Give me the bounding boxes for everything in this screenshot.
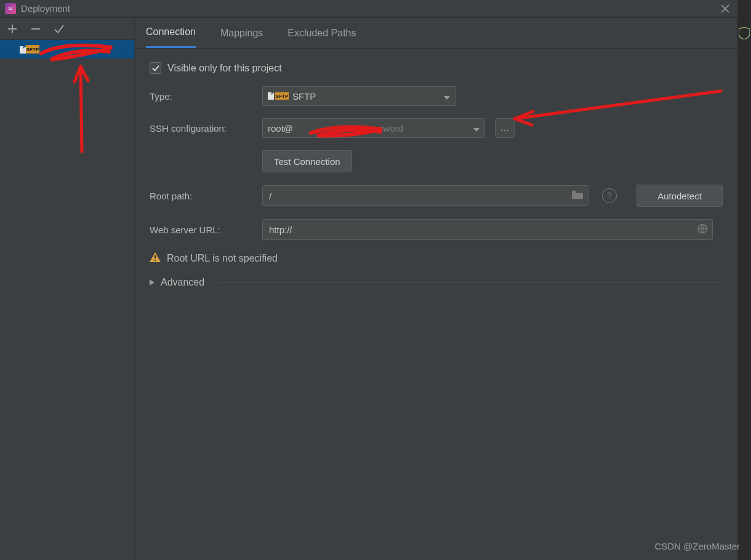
type-dropdown[interactable]: SFTP SFTP bbox=[262, 86, 456, 106]
type-value: SFTP bbox=[292, 91, 316, 102]
remove-server-button[interactable] bbox=[30, 23, 42, 35]
server-file-icon bbox=[20, 46, 26, 54]
globe-icon[interactable] bbox=[697, 224, 707, 236]
advanced-toggle[interactable]: Advanced bbox=[150, 277, 723, 288]
check-icon bbox=[152, 65, 159, 72]
chevron-right-icon bbox=[150, 277, 155, 288]
root-path-help-button[interactable]: ? bbox=[602, 188, 617, 203]
warning-text: Root URL is not specified bbox=[167, 253, 278, 264]
ssh-config-dropdown[interactable]: root@ :22 password bbox=[262, 118, 485, 138]
ssh-value-prefix: root@ bbox=[268, 123, 293, 134]
add-server-button[interactable] bbox=[6, 23, 18, 35]
close-icon bbox=[721, 4, 729, 13]
server-list-toolbar bbox=[0, 18, 134, 40]
server-list-pane: SFTP (redacted) bbox=[0, 18, 135, 560]
type-label: Type: bbox=[150, 91, 257, 102]
sftp-badge-icon: SFTP bbox=[26, 45, 39, 54]
root-path-value: / bbox=[269, 191, 271, 201]
intellij-icon: IJ bbox=[5, 3, 16, 14]
ssh-auth-hint: password bbox=[364, 123, 403, 134]
svg-rect-1 bbox=[155, 255, 156, 258]
svg-rect-2 bbox=[155, 260, 156, 261]
server-item[interactable]: SFTP (redacted) bbox=[0, 40, 134, 58]
tab-connection[interactable]: Connection bbox=[146, 18, 196, 48]
window-title: Deployment bbox=[21, 3, 718, 14]
settings-pane: Connection Mappings Excluded Paths Visib… bbox=[135, 18, 737, 560]
divider bbox=[217, 282, 723, 283]
autodetect-button[interactable]: Autodetect bbox=[637, 185, 723, 207]
folder-icon[interactable] bbox=[572, 191, 583, 201]
watermark: CSDN @ZeroMaster bbox=[654, 541, 740, 551]
root-path-input[interactable]: / bbox=[262, 185, 588, 206]
ssh-config-browse-button[interactable]: … bbox=[495, 118, 515, 138]
sftp-icon: SFTP bbox=[268, 92, 289, 100]
web-server-url-value: http:// bbox=[269, 225, 292, 235]
chevron-down-icon bbox=[473, 123, 480, 134]
ssh-value-port: :22 bbox=[348, 123, 361, 134]
warning-icon bbox=[150, 252, 161, 265]
tab-mappings[interactable]: Mappings bbox=[220, 18, 263, 48]
web-server-url-label: Web server URL: bbox=[150, 225, 257, 235]
test-connection-button[interactable]: Test Connection bbox=[262, 150, 352, 172]
close-button[interactable] bbox=[718, 1, 733, 16]
ssh-config-label: SSH configuration: bbox=[150, 123, 257, 134]
chevron-down-icon bbox=[444, 91, 450, 102]
advanced-label: Advanced bbox=[161, 277, 204, 288]
shield-icon[interactable] bbox=[739, 27, 750, 39]
warning-row: Root URL is not specified bbox=[150, 252, 723, 265]
set-default-button[interactable] bbox=[53, 23, 65, 35]
ide-right-gutter bbox=[737, 0, 751, 560]
web-server-url-input[interactable]: http:// bbox=[262, 219, 713, 240]
root-path-label: Root path: bbox=[150, 191, 257, 201]
tabbar: Connection Mappings Excluded Paths bbox=[135, 18, 737, 49]
visible-only-label: Visible only for this project bbox=[167, 63, 282, 74]
visible-only-checkbox[interactable] bbox=[150, 62, 161, 74]
titlebar: IJ Deployment bbox=[0, 0, 737, 17]
server-tree: SFTP (redacted) bbox=[0, 40, 134, 560]
tab-excluded-paths[interactable]: Excluded Paths bbox=[287, 18, 356, 48]
